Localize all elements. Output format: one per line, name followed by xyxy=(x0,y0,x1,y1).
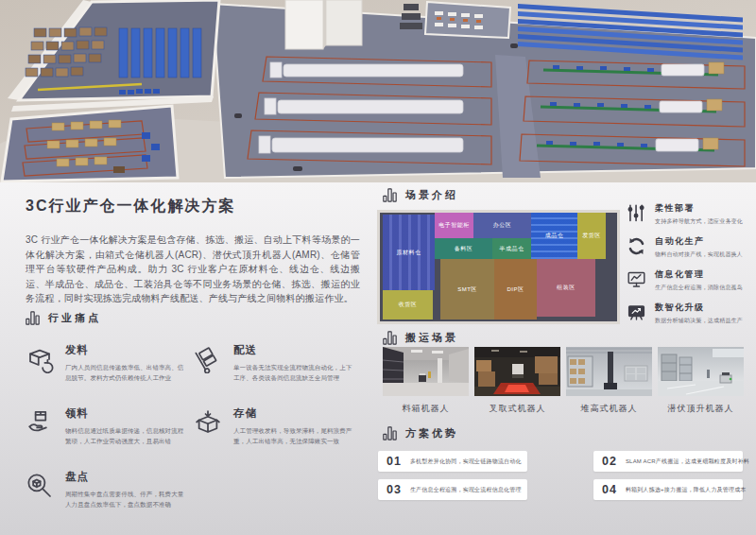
section-title: 方案优势 xyxy=(405,426,458,440)
advantage-item: 04 料箱到人拣选+接力搬运，降低人力及管理成本 xyxy=(593,479,743,500)
photo-caption: 堆高式机器人 xyxy=(566,403,652,415)
storage-box-icon xyxy=(194,408,222,437)
trolley-icon xyxy=(194,345,222,373)
section-title: 行业痛点 xyxy=(48,311,101,325)
advantage-number: 02 xyxy=(602,455,617,468)
bar-chart-icon xyxy=(26,311,40,325)
pain-point-title: 盘点 xyxy=(65,470,184,484)
pain-point-item: 发料 厂内人员间信息传递效率低、出错率高、信息脱节。发料方式仍依赖传统人工作业 xyxy=(26,343,194,384)
pain-point-title: 发料 xyxy=(65,343,184,357)
pain-point-item: 盘点 周期性集中盘点需要停线、停产，耗费大量人力且盘点效率低下，盘点数据不准确 xyxy=(26,470,194,510)
pain-point-item: 配送 单一设备无法实现全流程物流自动化，上下工序、各类设备间信息流缺乏全局管理 xyxy=(194,343,375,384)
pain-point-title: 配送 xyxy=(233,343,352,357)
handling-photo-row: 料箱机器人 叉取式机器人 xyxy=(383,347,744,415)
feature-title: 信息化管理 xyxy=(655,268,743,281)
zone-material-prep: 备料区 xyxy=(435,238,492,259)
pain-point-desc: 人工管理收发料，导致呆滞料，尾料浪费严重，人工出错率高，无法保障账实一致 xyxy=(233,425,352,447)
feature-text: 自动化生产 物料自动对接产线，实现机器换人 xyxy=(655,235,743,259)
pain-point-desc: 物料信息通过纸质单据传递，信息核对流程繁琐，人工作业劳动强度大，且易出错 xyxy=(65,425,184,447)
feature-title: 数智化升级 xyxy=(655,302,743,314)
bar-chart-icon xyxy=(383,188,397,202)
photo-caption: 潜伏顶升机器人 xyxy=(658,403,744,415)
feature-text: 信息化管理 生产信息全程追溯，消除信息孤岛 xyxy=(655,268,743,292)
dispatch-box-icon xyxy=(26,345,54,373)
zone-semi-finished: 半成品仓 xyxy=(492,238,531,259)
feature-text: 柔性部署 支持多种导航方式，适应业务变化 xyxy=(655,202,743,226)
photo-cell: 料箱机器人 xyxy=(383,347,469,415)
feature-desc: 支持多种导航方式，适应业务变化 xyxy=(655,217,743,226)
advantage-number: 04 xyxy=(602,483,617,496)
advantage-item: 03 生产信息全程追溯，实现全流程信息化管理 xyxy=(378,479,527,500)
factory-layout-map: 原材料仓 收货区 电子智能柜 办公区 备料区 半成品仓 成品仓 发货区 SMT区… xyxy=(377,210,620,324)
sync-icon xyxy=(627,236,646,256)
photo-cell: 堆高式机器人 xyxy=(566,347,652,415)
zone-assembly: 组装区 xyxy=(537,259,595,317)
zone-office: 办公区 xyxy=(473,213,531,238)
pain-point-item: 存储 人工管理收发料，导致呆滞料，尾料浪费严重，人工出错率高，无法保障账实一致 xyxy=(194,406,375,447)
page-title: 3C行业产仓一体化解决方案 xyxy=(26,197,235,216)
feature-item: 柔性部署 支持多种导航方式，适应业务变化 xyxy=(627,202,756,226)
section-header-advantages: 方案优势 xyxy=(383,426,458,440)
feature-item: 自动化生产 物料自动对接产线，实现机器换人 xyxy=(627,235,756,259)
bar-chart-icon xyxy=(383,331,397,345)
advantage-text: SLAM ACR产线搬运，达成更细颗粒度及时补料 xyxy=(626,457,749,466)
hand-box-icon xyxy=(26,408,54,437)
feature-title: 柔性部署 xyxy=(655,202,743,215)
feature-title: 自动化生产 xyxy=(655,235,743,248)
section-header-pain: 行业痛点 xyxy=(26,311,101,325)
pain-point-item: 领料 物料信息通过纸质单据传递，信息核对流程繁琐，人工作业劳动强度大，且易出错 xyxy=(26,406,194,447)
section-title: 搬运场景 xyxy=(405,331,458,345)
zone-smt: SMT区 xyxy=(440,259,494,319)
feature-item: 信息化管理 生产信息全程追溯，消除信息孤岛 xyxy=(627,268,756,292)
pain-point-text: 存储 人工管理收发料，导致呆滞料，尾料浪费严重，人工出错率高，无法保障账实一致 xyxy=(233,406,352,447)
photo-latent-lift-robot xyxy=(658,347,744,396)
feature-desc: 物料自动对接产线，实现机器换人 xyxy=(655,250,743,259)
pain-point-desc: 厂内人员间信息传递效率低、出错率高、信息脱节。发料方式仍依赖传统人工作业 xyxy=(65,362,184,384)
photo-cell: 潜伏顶升机器人 xyxy=(658,347,744,415)
pain-points-grid: 发料 厂内人员间信息传递效率低、出错率高、信息脱节。发料方式仍依赖传统人工作业 … xyxy=(26,343,375,532)
advantage-text: 料箱到人拣选+接力搬运，降低人力及管理成本 xyxy=(626,486,747,494)
zone-smart-cabinet: 电子智能柜 xyxy=(435,213,473,238)
section-header-handling: 搬运场景 xyxy=(383,331,458,345)
pain-point-text: 盘点 周期性集中盘点需要停线、停产，耗费大量人力且盘点效率低下，盘点数据不准确 xyxy=(65,470,184,510)
feature-list: 柔性部署 支持多种导航方式，适应业务变化 自动化生产 物料自动对接产线，实现机器… xyxy=(627,202,756,335)
pain-points-column-left: 发料 厂内人员间信息传递效率低、出错率高、信息脱节。发料方式仍依赖传统人工作业 … xyxy=(26,343,194,532)
board-chart-icon xyxy=(627,302,646,322)
feature-item: 数智化升级 数据分析辅助决策，达成精益生产 xyxy=(627,302,756,325)
advantage-number: 01 xyxy=(387,455,402,468)
zone-receiving: 收货区 xyxy=(383,290,433,319)
section-title: 场景介绍 xyxy=(405,188,458,202)
photo-tote-robot xyxy=(383,347,469,396)
zone-finished-goods: 成品仓 xyxy=(531,213,577,259)
photo-cell: 叉取式机器人 xyxy=(474,347,560,415)
pain-point-text: 配送 单一设备无法实现全流程物流自动化，上下工序、各类设备间信息流缺乏全局管理 xyxy=(233,343,352,384)
photo-fork-robot xyxy=(474,347,560,396)
feature-text: 数智化升级 数据分析辅助决策，达成精益生产 xyxy=(655,302,743,325)
pain-point-title: 存储 xyxy=(233,406,352,421)
monitor-chart-icon xyxy=(627,269,646,289)
advantage-item: 02 SLAM ACR产线搬运，达成更细颗粒度及时补料 xyxy=(593,451,743,472)
advantage-text: 生产信息全程追溯，实现全流程信息化管理 xyxy=(410,486,522,494)
photo-caption: 叉取式机器人 xyxy=(474,403,560,415)
zone-dip: DIP区 xyxy=(494,259,537,319)
photo-caption: 料箱机器人 xyxy=(383,403,469,415)
pain-points-column-right: 配送 单一设备无法实现全流程物流自动化，上下工序、各类设备间信息流缺乏全局管理 … xyxy=(194,343,375,532)
advantage-number: 03 xyxy=(387,483,402,496)
advantage-item: 01 多机型差异化协同，实现全链路物流自动化 xyxy=(378,451,527,472)
zone-shipping: 发货区 xyxy=(577,213,606,259)
pain-point-desc: 周期性集中盘点需要停线、停产，耗费大量人力且盘点效率低下，盘点数据不准确 xyxy=(65,489,184,510)
bar-chart-icon xyxy=(383,426,397,440)
pain-point-desc: 单一设备无法实现全流程物流自动化，上下工序、各类设备间信息流缺乏全局管理 xyxy=(233,362,352,384)
zone-raw-material: 原材料仓 xyxy=(383,215,435,290)
magnifier-box-icon xyxy=(26,472,54,500)
intro-paragraph: 3C 行业产仓一体化解决方案是包含存储、拣选、搬运、自动上下料等场景的一体化解决… xyxy=(26,233,360,306)
pain-point-text: 发料 厂内人员间信息传递效率低、出错率高、信息脱节。发料方式仍依赖传统人工作业 xyxy=(65,343,184,384)
pain-point-title: 领料 xyxy=(65,406,184,421)
feature-desc: 生产信息全程追溯，消除信息孤岛 xyxy=(655,284,743,292)
page: 3C行业产仓一体化解决方案 3C 行业产仓一体化解决方案是包含存储、拣选、搬运、… xyxy=(0,0,756,535)
hero-3d-render xyxy=(0,0,756,182)
sliders-icon xyxy=(627,203,646,223)
photo-stacker-robot xyxy=(566,347,652,396)
advantages-grid: 01 多机型差异化协同，实现全链路物流自动化 02 SLAM ACR产线搬运，达… xyxy=(378,451,743,500)
pain-point-text: 领料 物料信息通过纸质单据传递，信息核对流程繁琐，人工作业劳动强度大，且易出错 xyxy=(65,406,184,447)
